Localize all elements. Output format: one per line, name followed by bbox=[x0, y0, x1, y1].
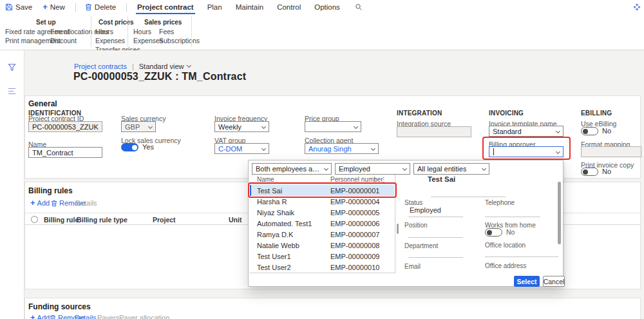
email-label: Email bbox=[404, 263, 421, 270]
text-caret bbox=[493, 148, 494, 155]
task-list-icon[interactable] bbox=[8, 88, 16, 95]
billing-rules-section-title[interactable]: Billing rules bbox=[28, 186, 73, 195]
field-underline bbox=[408, 237, 463, 238]
lock-sales-currency-toggle[interactable] bbox=[121, 143, 138, 151]
lookup-row-test-user1[interactable]: Test User1EMP-00000009 bbox=[250, 251, 394, 262]
breadcrumb-link-project-contracts[interactable]: Project contracts bbox=[74, 63, 127, 70]
tab-plan[interactable]: Plan bbox=[206, 0, 223, 14]
field-underline bbox=[485, 256, 558, 257]
divider bbox=[75, 3, 76, 12]
row-name: Test User1 bbox=[257, 253, 291, 260]
row-personnel-number: EMP-00000005 bbox=[330, 209, 379, 217]
row-personnel-number: EMP-00000008 bbox=[330, 242, 379, 249]
ribbon-item-fees[interactable]: Fees bbox=[159, 28, 174, 35]
row-personnel-number: EMP-00000004 bbox=[330, 198, 379, 206]
row-name: Automated. Test1 bbox=[257, 220, 312, 227]
ribbon-item-cost-hours[interactable]: Hours bbox=[95, 28, 113, 35]
view-selector[interactable]: Standard view bbox=[139, 63, 191, 70]
command-bar: Save + New Delete Project contract Plan … bbox=[0, 0, 644, 14]
new-button[interactable]: + New bbox=[43, 3, 65, 11]
cancel-button[interactable]: Cancel bbox=[543, 276, 565, 287]
lookup-row-automated-test1[interactable]: Automated. Test1EMP-00000006 bbox=[250, 218, 394, 229]
name-field[interactable] bbox=[28, 147, 102, 158]
funding-sources-payer-allocation-button[interactable]: Payer allocation bbox=[119, 314, 169, 319]
select-all-radio[interactable] bbox=[31, 216, 38, 223]
worker-type-filter-combo[interactable]: Both employees and contract... bbox=[252, 163, 332, 175]
row-personnel-number: EMP-00000009 bbox=[330, 253, 379, 260]
format-mapping-field bbox=[581, 146, 641, 157]
chevron-down-icon bbox=[371, 146, 375, 151]
save-button[interactable]: Save bbox=[5, 3, 32, 11]
chevron-down-icon bbox=[556, 150, 560, 154]
tab-maintain[interactable]: Maintain bbox=[234, 0, 265, 14]
app-window: Save + New Delete Project contract Plan … bbox=[0, 0, 644, 319]
row-name: Niyaz Shaik bbox=[257, 209, 294, 217]
project-contract-id-field[interactable] bbox=[28, 121, 102, 132]
sales-currency-combo[interactable]: GBP bbox=[121, 121, 156, 132]
collection-agent-combo[interactable]: Anurag Singh bbox=[305, 143, 379, 154]
column-header-unit[interactable]: Unit bbox=[229, 216, 242, 224]
vat-group-combo[interactable]: C-DOM bbox=[214, 143, 269, 154]
funding-sources-add-button[interactable]: + Add bbox=[30, 314, 50, 319]
new-label: New bbox=[50, 3, 65, 11]
column-header-billing-rule[interactable]: Billing rule bbox=[44, 216, 79, 224]
sort-ascending-icon: ↑ bbox=[70, 216, 73, 223]
funding-sources-payers-button[interactable]: Payers bbox=[97, 314, 119, 319]
lookup-row-test-user2[interactable]: Test User2EMP-00000010 bbox=[250, 262, 394, 273]
legal-entity-filter-combo[interactable]: All legal entities bbox=[413, 163, 489, 175]
chevron-down-icon bbox=[324, 166, 328, 171]
search-icon[interactable] bbox=[355, 3, 363, 11]
funding-sources-section-title[interactable]: Funding sources bbox=[28, 302, 91, 311]
ribbon-item-cost-expenses[interactable]: Expenses bbox=[95, 37, 125, 44]
funding-sources-details-button[interactable]: Details bbox=[75, 314, 97, 319]
price-group-combo[interactable] bbox=[305, 121, 361, 132]
use-ebilling-toggle[interactable] bbox=[581, 127, 598, 135]
invoice-template-name-combo[interactable]: Standard bbox=[489, 126, 564, 137]
field-underline bbox=[408, 217, 463, 217]
billing-approver-combo[interactable] bbox=[489, 146, 564, 157]
column-header-billing-rule-type[interactable]: Billing rule type bbox=[77, 216, 128, 224]
column-header-name[interactable]: Name bbox=[257, 176, 274, 183]
payer-allocation-label: Payer allocation bbox=[119, 314, 169, 319]
lookup-row-test-sai[interactable]: Test SaiEMP-00000001 bbox=[250, 185, 394, 196]
page-title: PC-00000053_ZZUK : TM_Contract bbox=[73, 71, 246, 82]
lookup-row-ramya-dk[interactable]: Ramya D.KEMP-00000007 bbox=[250, 229, 394, 240]
invoice-template-name-value: Standard bbox=[493, 128, 522, 135]
lookup-row-niyaz-shaik[interactable]: Niyaz ShaikEMP-00000005 bbox=[250, 207, 394, 218]
left-rail bbox=[0, 50, 24, 319]
department-label: Department bbox=[404, 242, 438, 249]
print-invoice-copy-value: No bbox=[602, 168, 611, 175]
employment-filter-combo[interactable]: Employed bbox=[335, 163, 410, 175]
ribbon-item-sales-hours[interactable]: Hours bbox=[133, 28, 151, 35]
row-personnel-number: EMP-00000010 bbox=[330, 264, 379, 271]
filter-funnel-icon[interactable] bbox=[8, 63, 16, 72]
kebab-menu-icon[interactable]: ⋮ bbox=[381, 176, 387, 183]
billing-rules-details-button[interactable]: Details bbox=[75, 199, 97, 207]
divider bbox=[126, 3, 127, 12]
row-name: Ramya D.K bbox=[257, 231, 293, 238]
tab-control[interactable]: Control bbox=[276, 0, 302, 14]
tab-project-contract[interactable]: Project contract bbox=[136, 0, 195, 14]
gear-icon[interactable] bbox=[633, 3, 641, 11]
ribbon-item-subscriptions[interactable]: Subscriptions bbox=[159, 37, 200, 44]
billing-rules-add-button[interactable]: + Add bbox=[30, 199, 50, 207]
column-header-project[interactable]: Project bbox=[153, 216, 176, 224]
status-label: Status bbox=[404, 199, 422, 206]
lookup-row-harsha-r[interactable]: Harsha REMP-00000004 bbox=[250, 196, 394, 207]
flyout-scrollbar[interactable] bbox=[558, 182, 561, 244]
works-from-home-toggle[interactable] bbox=[485, 228, 502, 237]
grid-scrollbar[interactable] bbox=[397, 224, 399, 234]
row-personnel-number: EMP-00000007 bbox=[330, 231, 379, 238]
tab-options[interactable]: Options bbox=[313, 0, 341, 14]
general-section-title[interactable]: General bbox=[28, 99, 57, 108]
print-invoice-copy-toggle[interactable] bbox=[581, 168, 598, 176]
select-button[interactable]: Select bbox=[514, 276, 540, 287]
invoice-frequency-combo[interactable]: Weekly bbox=[214, 121, 269, 132]
field-underline bbox=[485, 217, 540, 217]
ribbon-item-discount[interactable]: Discount bbox=[50, 37, 77, 44]
lookup-row-natalie-webb[interactable]: Natalie WebbEMP-00000008 bbox=[250, 240, 394, 251]
invoicing-heading: INVOICING bbox=[489, 110, 524, 117]
preview-card-name: Test Sai bbox=[428, 175, 455, 183]
office-address-label: Office address bbox=[485, 262, 526, 269]
delete-button[interactable]: Delete bbox=[85, 3, 116, 11]
